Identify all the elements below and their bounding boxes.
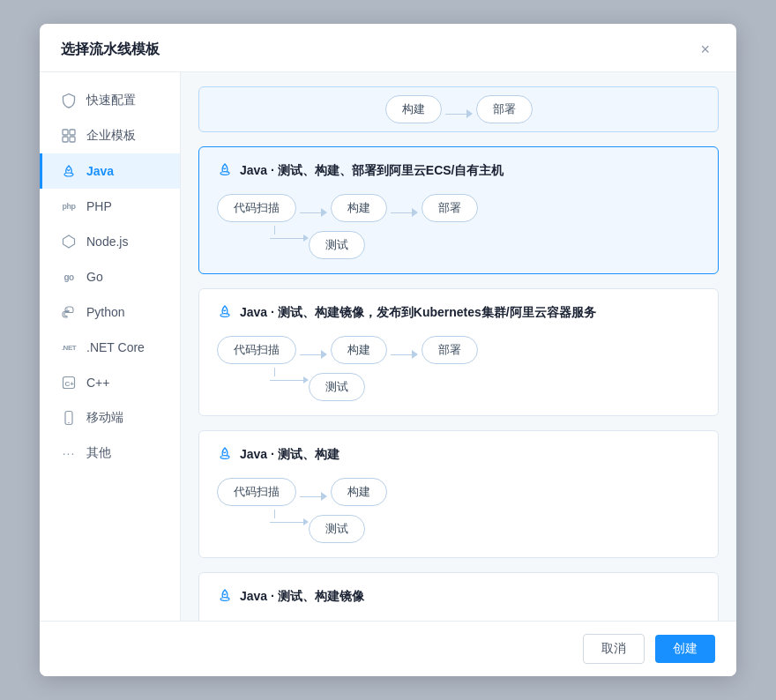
template-card-java-image[interactable]: Java · 测试、构建镜像 xyxy=(198,572,719,621)
sidebar-item-mobile[interactable]: 移动端 xyxy=(40,400,180,436)
sidebar-item-php[interactable]: php PHP xyxy=(40,189,180,224)
php-icon: php xyxy=(60,197,78,215)
svg-point-10 xyxy=(68,422,70,424)
modal-footer: 取消 创建 xyxy=(40,621,736,676)
sidebar-label-java: Java xyxy=(86,164,114,178)
connector-2a xyxy=(296,351,331,359)
node-test-1: 测试 xyxy=(309,231,365,259)
node-deploy-1: 部署 xyxy=(422,194,478,222)
sidebar-label-other: 其他 xyxy=(86,445,111,461)
java-icon-2 xyxy=(217,303,233,322)
svg-point-13 xyxy=(220,456,229,459)
node-deploy-2: 部署 xyxy=(422,336,478,364)
node-test-2: 测试 xyxy=(309,373,365,401)
template-title-text-2: Java · 测试、构建镜像，发布到Kubernetes集群/阿里云容器服务 xyxy=(240,305,596,321)
svg-rect-0 xyxy=(63,130,68,135)
pipeline-2: 代码扫描 构建 部署 xyxy=(217,336,700,401)
branch-row-3: 测试 xyxy=(217,510,700,543)
sidebar-label-quick-config: 快速配置 xyxy=(86,93,136,108)
branch-lines-1 xyxy=(270,226,309,242)
sidebar-label-enterprise: 企业模板 xyxy=(86,128,136,144)
pipeline-1: 代码扫描 构建 部署 xyxy=(217,194,700,259)
svg-point-14 xyxy=(220,598,229,601)
sidebar-item-cpp[interactable]: C+ C++ xyxy=(40,365,180,400)
cancel-button[interactable]: 取消 xyxy=(583,634,645,664)
template-title-text-3: Java · 测试、构建 xyxy=(240,447,340,463)
sidebar-item-go[interactable]: go Go xyxy=(40,259,180,294)
pipeline-3: 代码扫描 构建 xyxy=(217,478,700,543)
svg-point-11 xyxy=(220,172,229,175)
close-button[interactable]: × xyxy=(695,40,715,59)
partial-flow-row: 构建 部署 xyxy=(385,98,533,121)
branch-row-1: 测试 xyxy=(217,226,700,259)
shield-icon xyxy=(60,92,78,109)
sidebar-item-dotnet[interactable]: .NET .NET Core xyxy=(40,330,180,365)
modal: 选择流水线模板 × 快速配置 xyxy=(40,24,736,676)
partial-node-build: 构建 xyxy=(385,95,442,123)
sidebar-label-dotnet: .NET Core xyxy=(86,340,145,354)
svg-rect-2 xyxy=(63,137,68,142)
modal-body: 快速配置 企业模板 xyxy=(40,72,736,621)
svg-rect-3 xyxy=(70,137,75,142)
connector-3a xyxy=(296,493,331,501)
sidebar-label-nodejs: Node.js xyxy=(86,235,128,249)
partial-node-deploy: 部署 xyxy=(476,95,533,123)
node-build-1: 构建 xyxy=(331,194,387,222)
template-card-java-k8s[interactable]: Java · 测试、构建镜像，发布到Kubernetes集群/阿里云容器服务 代… xyxy=(198,288,719,416)
create-button[interactable]: 创建 xyxy=(655,635,715,663)
modal-title: 选择流水线模板 xyxy=(61,41,160,59)
template-card-java-build[interactable]: Java · 测试、构建 代码扫描 构建 xyxy=(198,430,719,558)
branch-lines-3 xyxy=(270,510,309,525)
sidebar-label-python: Python xyxy=(86,305,125,319)
svg-point-6 xyxy=(66,309,68,310)
java-icon-3 xyxy=(217,445,233,464)
svg-text:C+: C+ xyxy=(65,380,75,388)
cpp-icon: C+ xyxy=(60,374,78,391)
partial-connector xyxy=(442,110,476,118)
connector-2b xyxy=(387,351,422,359)
python-icon xyxy=(60,303,78,321)
sidebar-label-php: PHP xyxy=(86,199,112,213)
node-test-3: 测试 xyxy=(309,515,365,543)
mobile-icon xyxy=(60,409,78,427)
connector-1b xyxy=(387,209,422,217)
node-build-3: 构建 xyxy=(331,478,387,506)
template-title-java-k8s: Java · 测试、构建镜像，发布到Kubernetes集群/阿里云容器服务 xyxy=(217,303,700,322)
svg-rect-1 xyxy=(70,130,75,135)
top-partial-card: 构建 部署 xyxy=(198,86,719,132)
modal-overlay: 选择流水线模板 × 快速配置 xyxy=(0,0,776,700)
template-title-java-image: Java · 测试、构建镜像 xyxy=(217,587,700,606)
sidebar-item-quick-config[interactable]: 快速配置 xyxy=(40,83,180,118)
svg-marker-5 xyxy=(63,235,75,248)
modal-header: 选择流水线模板 × xyxy=(40,24,736,72)
nodejs-icon xyxy=(60,233,78,250)
template-title-text-4: Java · 测试、构建镜像 xyxy=(240,589,364,605)
java-icon-1 xyxy=(217,161,233,180)
ellipsis-icon: ··· xyxy=(60,444,78,462)
template-title-text-1: Java · 测试、构建、部署到阿里云ECS/自有主机 xyxy=(240,163,504,179)
template-title-java-build: Java · 测试、构建 xyxy=(217,445,700,464)
sidebar-item-nodejs[interactable]: Node.js xyxy=(40,224,180,259)
branch-row-2: 测试 xyxy=(217,368,700,401)
node-scan-1: 代码扫描 xyxy=(217,194,296,222)
sidebar-item-python[interactable]: Python xyxy=(40,294,180,330)
template-card-java-ecs[interactable]: Java · 测试、构建、部署到阿里云ECS/自有主机 代码扫描 构建 xyxy=(198,146,719,274)
sidebar-item-enterprise[interactable]: 企业模板 xyxy=(40,118,180,153)
sidebar-label-mobile: 移动端 xyxy=(86,410,123,426)
sidebar-item-java[interactable]: Java xyxy=(40,153,180,189)
template-title-java-ecs: Java · 测试、构建、部署到阿里云ECS/自有主机 xyxy=(217,161,700,180)
sidebar-label-go: Go xyxy=(86,270,103,284)
java-icon xyxy=(60,162,78,180)
connector-1a xyxy=(296,209,331,217)
svg-point-4 xyxy=(64,173,73,176)
svg-point-12 xyxy=(220,314,229,317)
sidebar: 快速配置 企业模板 xyxy=(40,72,181,621)
sidebar-label-cpp: C++ xyxy=(86,376,109,390)
content-area: 构建 部署 xyxy=(181,72,736,621)
sidebar-item-other[interactable]: ··· 其他 xyxy=(40,436,180,471)
go-icon: go xyxy=(60,268,78,286)
branch-lines-2 xyxy=(270,368,309,384)
grid-icon xyxy=(60,127,78,145)
node-build-2: 构建 xyxy=(331,336,387,364)
node-scan-3: 代码扫描 xyxy=(217,478,296,506)
